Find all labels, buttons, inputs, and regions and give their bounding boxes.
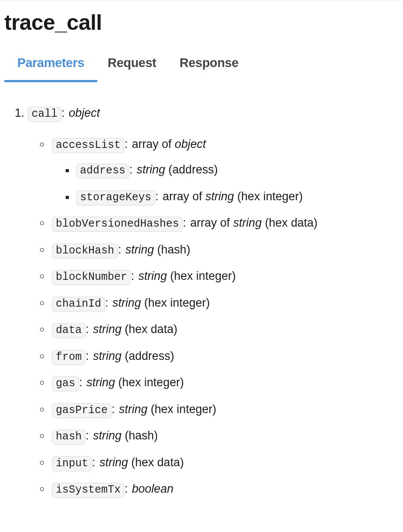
param-item: input: string (hex data) (50, 454, 399, 472)
param-desc: (hex data) (122, 323, 177, 336)
param-name: address (76, 163, 129, 179)
param-name: gas (52, 376, 79, 391)
param-type: string (93, 429, 122, 442)
tab-request[interactable]: Request (108, 56, 156, 82)
param-desc: (hex integer) (141, 296, 210, 309)
param-type-prefix: array of (163, 190, 205, 203)
param-item: storageKeys: array of string (hex intege… (74, 188, 399, 206)
param-desc: (address) (165, 163, 218, 176)
param-item: blobVersionedHashes: array of string (he… (50, 214, 399, 232)
param-name: data (52, 323, 86, 338)
tabs: Parameters Request Response (4, 56, 399, 83)
param-item: from: string (address) (50, 347, 399, 365)
param-type: string (119, 403, 147, 416)
param-type: string (93, 323, 122, 336)
param-children: address: string (address) storageKeys: a… (52, 161, 399, 205)
param-item: chainId: string (hex integer) (50, 294, 399, 312)
param-name: blobVersionedHashes (52, 217, 183, 232)
param-desc: (hex integer) (115, 376, 184, 389)
tab-parameters[interactable]: Parameters (17, 56, 84, 82)
param-desc: (address) (122, 349, 174, 362)
param-name: gasPrice (52, 403, 112, 418)
param-type: string (137, 163, 165, 176)
param-item: isSystemTx: boolean (50, 480, 399, 498)
param-name: blockNumber (52, 270, 131, 285)
param-desc: (hex data) (128, 456, 184, 469)
param-item: gas: string (hex integer) (50, 374, 399, 392)
param-type: string (112, 296, 141, 309)
param-type: string (233, 216, 262, 229)
param-type: string (99, 456, 128, 469)
param-type: string (125, 243, 154, 256)
param-type: string (86, 376, 115, 389)
param-type: string (205, 190, 234, 203)
param-name: chainId (52, 297, 105, 312)
parameter-list: call: object accessList: array of object… (4, 104, 399, 498)
param-item: blockHash: string (hash) (50, 241, 399, 259)
param-item: accessList: array of object address: str… (50, 135, 399, 206)
param-type: object (69, 106, 100, 119)
param-item: call: object accessList: array of object… (28, 104, 399, 498)
param-desc: (hash) (154, 243, 190, 256)
param-name: blockHash (52, 244, 118, 259)
tab-response[interactable]: Response (179, 56, 238, 82)
param-name: call (28, 107, 61, 122)
param-type: string (93, 349, 122, 362)
param-desc: (hash) (122, 429, 158, 442)
param-name: accessList (52, 138, 125, 153)
param-name: input (52, 456, 92, 471)
param-children: accessList: array of object address: str… (28, 135, 399, 498)
param-desc: (hex integer) (147, 403, 216, 416)
param-desc: (hex data) (262, 216, 317, 229)
param-type-prefix: array of (132, 138, 175, 151)
param-type: boolean (132, 482, 173, 495)
param-type: object (175, 138, 206, 151)
param-type: string (138, 269, 167, 282)
page-title: trace_call (4, 10, 399, 35)
param-item: blockNumber: string (hex integer) (50, 267, 399, 285)
param-item: data: string (hex data) (50, 320, 399, 339)
param-desc: (hex integer) (167, 269, 236, 282)
param-item: address: string (address) (74, 161, 399, 179)
param-item: hash: string (hash) (50, 427, 399, 445)
param-name: isSystemTx (52, 483, 125, 498)
param-desc: (hex integer) (234, 190, 303, 203)
param-name: from (52, 350, 86, 365)
param-name: storageKeys (76, 190, 155, 205)
param-type-prefix: array of (190, 216, 233, 229)
param-item: gasPrice: string (hex integer) (50, 401, 399, 419)
param-name: hash (52, 429, 86, 445)
